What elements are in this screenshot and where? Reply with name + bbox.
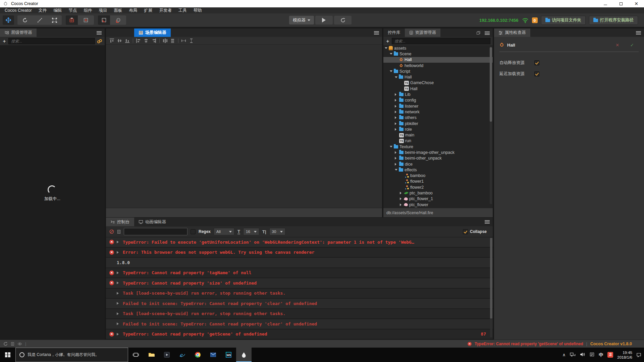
tab-assets-manager[interactable]: 资源管理器 <box>405 28 441 37</box>
media-player-icon[interactable] <box>159 348 174 362</box>
menu-item[interactable]: 项目 <box>96 8 111 13</box>
split-view-icon[interactable] <box>476 31 481 35</box>
menu-item[interactable]: 节点 <box>65 8 80 13</box>
stretch-h-icon[interactable] <box>181 39 186 43</box>
eye-icon[interactable] <box>17 342 22 346</box>
scene-canvas[interactable] <box>106 45 382 208</box>
asset-tree-row[interactable]: listener <box>383 103 493 109</box>
collapse-arrow-icon[interactable] <box>395 93 398 96</box>
tab-console[interactable]: 控制台 <box>106 218 134 226</box>
asset-tree-row[interactable]: ptc_bamboo <box>383 190 493 196</box>
action-center-icon[interactable] <box>636 353 641 357</box>
expand-arrow-icon[interactable] <box>390 146 392 149</box>
menu-item[interactable]: 布局 <box>126 8 141 13</box>
menu-item[interactable]: 工具 <box>175 8 190 13</box>
file-explorer-icon[interactable] <box>144 348 159 362</box>
sogou-input-icon[interactable]: S <box>607 352 613 358</box>
expand-log-icon[interactable] <box>117 292 120 295</box>
asset-tree-row[interactable]: TSmain <box>383 132 493 138</box>
expand-log-icon[interactable] <box>117 333 120 336</box>
tab-hierarchy[interactable]: 层级管理器 <box>0 28 37 37</box>
distribute-h-icon[interactable] <box>163 39 167 43</box>
log-file-icon[interactable] <box>11 342 14 346</box>
assets-search-input[interactable] <box>392 38 490 44</box>
align-left-icon[interactable] <box>136 39 141 43</box>
asset-tree-row[interactable]: Scene <box>383 51 493 57</box>
expand-log-icon[interactable] <box>117 272 120 274</box>
close-button[interactable]: ✕ <box>629 0 644 7</box>
recycle-icon[interactable] <box>3 342 8 346</box>
console-log-row[interactable]: Task [load-scene-by-uuid] run error, sto… <box>106 309 493 319</box>
asset-tree-row[interactable]: beimi-image-other_unpack <box>383 149 493 155</box>
asset-tree-row[interactable]: role <box>383 126 493 132</box>
console-log-row[interactable]: Failed to init scene: TypeError: Cannot … <box>106 299 493 309</box>
console-scrollbar[interactable] <box>490 238 492 337</box>
pivot-grid-plus-icon[interactable] <box>78 15 94 25</box>
chevron-up-icon[interactable]: ∧ <box>562 352 566 357</box>
panel-menu-icon[interactable] <box>636 31 641 35</box>
mail-icon[interactable] <box>205 348 221 362</box>
console-log-row[interactable]: ✕TypeError: Cannot read property 'size' … <box>106 278 493 289</box>
asset-tree-row[interactable]: hall <box>383 207 493 208</box>
pivot-grid-icon[interactable] <box>66 15 78 25</box>
expand-arrow-icon[interactable] <box>390 70 392 73</box>
align-top-icon[interactable] <box>110 39 114 43</box>
auto-release-checkbox[interactable] <box>534 60 539 65</box>
panel-menu-icon[interactable] <box>485 220 490 224</box>
open-project-folder-button[interactable]: 访问项目文件夹 <box>541 16 586 25</box>
expand-log-icon[interactable] <box>117 312 120 315</box>
console-filter-input[interactable] <box>124 228 187 235</box>
revert-icon[interactable]: ✕ <box>615 43 619 48</box>
open-install-path-button[interactable]: 打开程序安装路径 <box>589 16 638 25</box>
rotate-tool-icon[interactable] <box>17 15 32 25</box>
expand-log-icon[interactable] <box>117 251 120 254</box>
align-right-icon[interactable] <box>152 39 156 43</box>
link-chain-icon[interactable] <box>97 39 102 44</box>
expand-log-icon[interactable] <box>117 302 120 305</box>
console-log-row[interactable]: Failed to init scene: TypeError: Cannot … <box>106 319 493 329</box>
asset-tree-row[interactable]: Script <box>383 68 493 74</box>
distribute-v-icon[interactable] <box>170 39 175 43</box>
expand-arrow-icon[interactable] <box>395 76 397 79</box>
collapse-arrow-icon[interactable] <box>400 192 403 194</box>
tab-inspector[interactable]: 属性检查器 <box>494 28 530 37</box>
asset-tree-row[interactable]: ptc_flower_1 <box>383 196 493 202</box>
console-log-row[interactable]: 1.8.0 <box>106 258 493 268</box>
asset-tree-row[interactable]: TSHall <box>383 86 493 92</box>
ime-language-indicator[interactable]: 中 <box>599 352 603 358</box>
coord-globe-icon[interactable] <box>110 15 126 25</box>
start-button[interactable] <box>0 348 15 362</box>
lazy-load-checkbox[interactable] <box>534 71 539 76</box>
add-asset-button[interactable]: + <box>386 38 390 44</box>
refresh-button[interactable] <box>334 16 352 24</box>
menu-item[interactable]: 开发者 <box>156 8 175 13</box>
align-center-icon[interactable] <box>144 39 149 43</box>
collapse-arrow-icon[interactable] <box>395 99 398 102</box>
network-icon[interactable] <box>570 352 576 358</box>
assets-scrollbar[interactable] <box>490 47 492 204</box>
collapse-arrow-icon[interactable] <box>395 157 398 160</box>
menu-item[interactable]: 面板 <box>111 8 126 13</box>
collapse-arrow-icon[interactable] <box>400 203 403 206</box>
menu-item[interactable]: 文件 <box>35 8 50 13</box>
internet-explorer-icon[interactable]: e <box>174 348 190 362</box>
task-view-icon[interactable] <box>128 348 144 362</box>
collapse-arrow-icon[interactable] <box>395 163 398 166</box>
export-log-icon[interactable] <box>117 230 121 234</box>
panel-menu-icon[interactable] <box>374 31 379 35</box>
play-button[interactable] <box>315 16 333 24</box>
expand-log-icon[interactable] <box>117 282 120 284</box>
panel-menu-icon[interactable] <box>97 31 102 35</box>
cortana-search-box[interactable]: 我是 Cortana，小娜。有问题尽管问我。 <box>15 348 128 362</box>
statusbar-error-text[interactable]: TypeError: Cannot read property 'getScen… <box>475 342 583 346</box>
asset-tree-row[interactable]: TSGameChose <box>383 80 493 86</box>
taskbar-clock[interactable]: 19:45 2018/1/6 <box>616 350 632 360</box>
move-tool-icon[interactable] <box>3 15 14 25</box>
asset-tree-row[interactable]: dice <box>383 161 493 167</box>
collapse-checkbox[interactable] <box>463 229 468 234</box>
menu-item[interactable]: 扩展 <box>141 8 156 13</box>
console-log-row[interactable]: ✕Error: This browser does not support we… <box>106 248 493 258</box>
menu-item[interactable]: Cocos Creator <box>1 8 35 13</box>
console-log-row[interactable]: ✕TypeError: Failed to execute 'getUnifor… <box>106 237 493 248</box>
collapse-arrow-icon[interactable] <box>395 151 398 154</box>
